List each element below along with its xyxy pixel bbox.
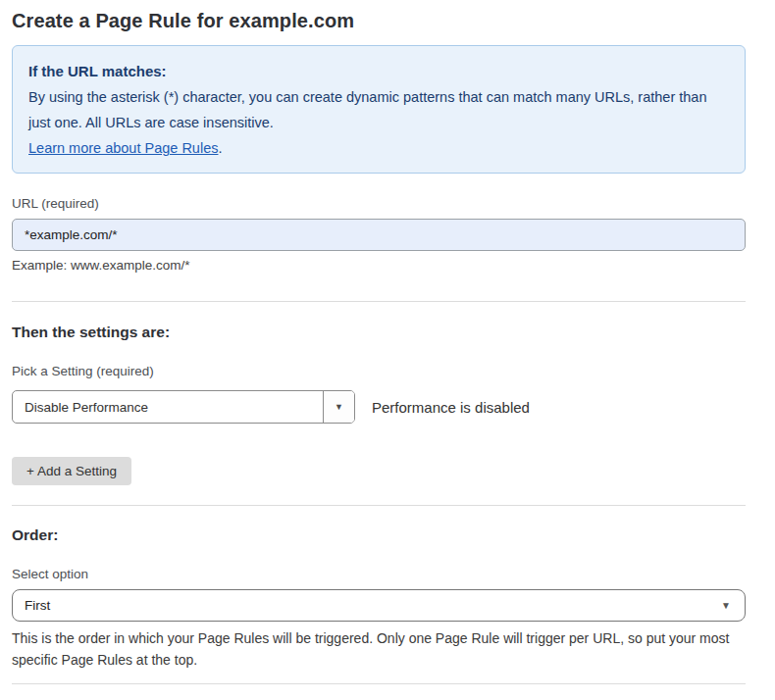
setting-dropdown-arrow-button[interactable]: ▼ [323, 391, 354, 423]
info-box-link-line: Learn more about Page Rules. [28, 135, 729, 161]
divider [12, 683, 746, 684]
info-box-heading: If the URL matches: [28, 59, 729, 84]
page-title: Create a Page Rule for example.com [12, 10, 746, 32]
url-example-helper: Example: www.example.com/* [12, 258, 746, 273]
info-box-body: By using the asterisk (*) character, you… [28, 84, 729, 135]
add-setting-button[interactable]: + Add a Setting [12, 457, 131, 485]
page-content: Create a Page Rule for example.com If th… [12, 10, 746, 700]
order-select-value: First [25, 598, 50, 613]
divider [12, 301, 746, 302]
order-section-heading: Order: [12, 526, 746, 544]
order-select-label: Select option [12, 567, 746, 581]
order-select[interactable]: First ▼ [12, 589, 746, 622]
setting-row: Disable Performance ▼ Performance is dis… [12, 390, 746, 424]
setting-dropdown-value: Disable Performance [13, 391, 323, 423]
chevron-down-icon: ▼ [721, 600, 731, 611]
divider [12, 505, 746, 506]
setting-status-text: Performance is disabled [372, 399, 530, 416]
setting-dropdown[interactable]: Disable Performance ▼ [12, 390, 355, 424]
pick-setting-label: Pick a Setting (required) [12, 364, 746, 378]
url-field-label: URL (required) [12, 196, 746, 211]
learn-more-link[interactable]: Learn more about Page Rules [28, 140, 218, 156]
settings-section-heading: Then the settings are: [12, 324, 746, 341]
create-page-rule-page: Create a Page Rule for example.com If th… [0, 0, 775, 700]
link-suffix: . [218, 140, 222, 156]
url-input[interactable] [12, 219, 746, 251]
order-helper-text: This is the order in which your Page Rul… [12, 627, 738, 671]
chevron-down-icon: ▼ [335, 402, 343, 412]
url-match-info-box: If the URL matches: By using the asteris… [12, 45, 746, 174]
